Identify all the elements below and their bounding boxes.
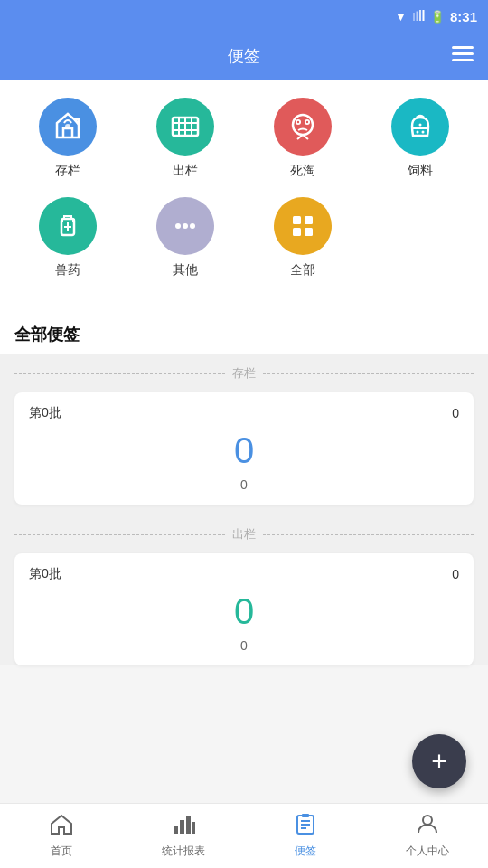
chulang-card-header: 第0批 0 — [29, 566, 459, 582]
nav-stats[interactable]: 统计报表 — [122, 813, 244, 859]
profile-label: 个人中心 — [406, 844, 449, 859]
all-notes-title: 全部便签 — [0, 311, 488, 354]
wifi-icon: ▼ — [395, 10, 407, 24]
chulang-card[interactable]: 第0批 0 0 0 — [14, 553, 474, 665]
quanbu-label: 全部 — [290, 262, 315, 278]
svg-point-22 — [417, 131, 419, 134]
chulang-label: 出栏 — [173, 163, 198, 179]
icon-shouyao[interactable]: 兽药 — [39, 197, 97, 278]
svg-rect-35 — [293, 228, 301, 236]
svg-rect-4 — [452, 46, 474, 49]
icon-quanbu[interactable]: 全部 — [274, 197, 332, 278]
home-icon — [50, 813, 73, 840]
svg-point-18 — [306, 121, 308, 123]
svg-point-32 — [190, 223, 195, 229]
qita-label: 其他 — [173, 262, 198, 278]
siliao-label: 饲料 — [408, 163, 433, 179]
icon-siliao[interactable]: 饲料 — [391, 98, 449, 179]
svg-rect-3 — [422, 10, 424, 21]
notes-nav-label: 便签 — [295, 844, 316, 859]
siliao-circle — [391, 98, 449, 156]
bottom-navigation: 首页 统计报表 便签 — [0, 803, 488, 868]
svg-point-7 — [65, 124, 70, 129]
sitao-circle — [274, 98, 332, 156]
app-header: 便签 — [0, 33, 488, 80]
cunlan-card-header: 第0批 0 — [29, 405, 459, 421]
cunlan-label: 存栏 — [55, 163, 80, 179]
svg-rect-37 — [174, 826, 178, 834]
menu-icon[interactable] — [452, 46, 474, 67]
svg-point-23 — [422, 131, 425, 134]
svg-rect-39 — [186, 816, 191, 834]
svg-rect-34 — [305, 216, 313, 224]
notes-content: 全部便签 存栏 第0批 0 0 0 出栏 第0批 0 0 0 — [0, 311, 488, 665]
chulang-sep-line-left — [14, 534, 225, 535]
svg-rect-5 — [452, 52, 474, 55]
svg-rect-6 — [452, 59, 474, 61]
stats-label: 统计报表 — [162, 844, 205, 859]
cunlan-count: 0 — [452, 406, 459, 420]
add-fab[interactable]: + — [412, 734, 466, 788]
sep-line-left — [14, 373, 225, 374]
cunlan-circle — [39, 98, 97, 156]
battery-icon: 🔋 — [430, 10, 445, 24]
cunlan-sep-label: 存栏 — [232, 365, 256, 382]
svg-point-30 — [175, 223, 181, 229]
icon-cunlan[interactable]: 存栏 — [39, 98, 97, 179]
chulang-main-number: 0 — [29, 593, 459, 629]
shouyao-label: 兽药 — [55, 262, 80, 278]
person-icon — [416, 813, 439, 840]
chulang-count: 0 — [452, 567, 459, 581]
quanbu-circle — [274, 197, 332, 255]
svg-rect-45 — [302, 814, 309, 817]
nav-profile[interactable]: 个人中心 — [366, 813, 488, 859]
qita-circle — [156, 197, 214, 255]
cunlan-separator: 存栏 — [0, 354, 488, 392]
header-title: 便签 — [228, 45, 260, 67]
chulang-sep-label: 出栏 — [232, 526, 256, 542]
cunlan-card[interactable]: 第0批 0 0 0 — [14, 392, 474, 505]
chulang-circle — [156, 98, 214, 156]
svg-rect-0 — [413, 13, 415, 21]
shouyao-circle — [39, 197, 97, 255]
signal-icon — [412, 9, 425, 24]
nav-notes[interactable]: 便签 — [244, 813, 366, 859]
nav-home[interactable]: 首页 — [0, 813, 122, 859]
chulang-sub-number: 0 — [29, 638, 459, 653]
cunlan-main-number: 0 — [29, 432, 459, 468]
svg-rect-1 — [416, 11, 418, 21]
icon-row-1: 存栏 出栏 — [9, 98, 479, 179]
svg-point-14 — [293, 115, 313, 135]
svg-rect-28 — [61, 219, 63, 222]
icon-row-2: 兽药 其他 全部 — [9, 197, 479, 278]
svg-rect-2 — [419, 10, 421, 21]
sitao-label: 死淘 — [290, 163, 315, 179]
icon-grid: 存栏 出栏 — [0, 80, 488, 311]
cunlan-batch: 第0批 — [29, 405, 61, 421]
add-icon: + — [431, 748, 447, 775]
sep-line-right — [263, 373, 474, 374]
icon-qita[interactable]: 其他 — [156, 197, 214, 278]
svg-rect-33 — [293, 216, 301, 224]
svg-point-31 — [183, 223, 188, 229]
svg-rect-40 — [192, 822, 195, 834]
svg-rect-36 — [305, 228, 313, 236]
notepad-icon — [294, 813, 317, 840]
home-label: 首页 — [51, 844, 72, 859]
chart-icon — [172, 813, 195, 840]
cunlan-sub-number: 0 — [29, 477, 459, 492]
svg-point-46 — [423, 816, 432, 825]
svg-point-17 — [297, 121, 299, 123]
svg-point-24 — [419, 124, 422, 127]
status-bar: ▼ 🔋 8:31 — [0, 0, 488, 33]
icon-sitao[interactable]: 死淘 — [274, 98, 332, 179]
icon-placeholder — [391, 197, 449, 278]
status-time: 8:31 — [450, 9, 477, 24]
chulang-separator: 出栏 — [0, 515, 488, 553]
svg-rect-29 — [72, 219, 75, 222]
svg-rect-38 — [180, 820, 184, 834]
chulang-sep-line-right — [263, 534, 474, 535]
chulang-batch: 第0批 — [29, 566, 61, 582]
icon-chulang[interactable]: 出栏 — [156, 98, 214, 179]
